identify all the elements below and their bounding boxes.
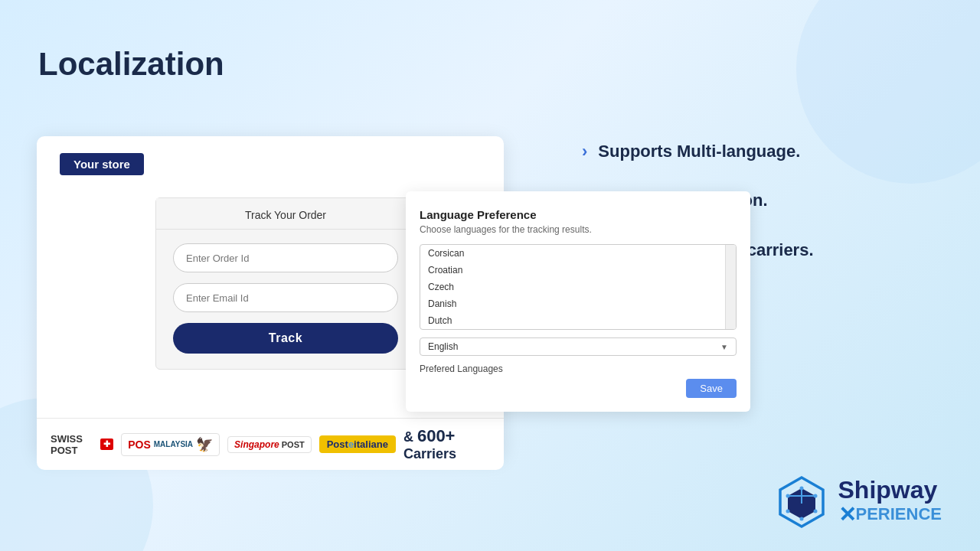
chevron-icon-1: › bbox=[582, 142, 587, 161]
pos-malaysia-logo: POS MALAYSIA 🦅 bbox=[121, 433, 220, 456]
carriers-more: & 600+ Carriers bbox=[403, 426, 490, 462]
singapore-post-label: POST bbox=[282, 440, 305, 449]
selected-language-value: English bbox=[428, 341, 458, 352]
posteitaliane-logo: Posteitaliane bbox=[319, 435, 396, 453]
list-scrollbar[interactable] bbox=[725, 245, 736, 329]
swiss-post-text: SWISS POST bbox=[51, 433, 96, 456]
language-list[interactable]: Corsican Croatian Czech Danish Dutch Eng… bbox=[420, 244, 737, 330]
lang-panel-subtitle: Choose languages for the tracking result… bbox=[420, 224, 737, 235]
track-button[interactable]: Track bbox=[173, 323, 398, 354]
singapore-post-text: Singapore bbox=[234, 439, 279, 450]
lang-croatian[interactable]: Croatian bbox=[420, 262, 736, 279]
swiss-post-logo: SWISS POST ✚ bbox=[51, 433, 113, 456]
shipway-xperience: ✕ PERIENCE bbox=[838, 502, 942, 527]
shipway-name: Shipway bbox=[838, 478, 942, 502]
preferred-languages-label: Prefered Languages bbox=[420, 364, 737, 374]
poste-e-icon: e bbox=[348, 439, 354, 450]
feature-item-1: › Supports Multi-language. bbox=[582, 142, 934, 161]
italiane-text: italiane bbox=[354, 439, 388, 450]
save-button[interactable]: Save bbox=[686, 379, 737, 398]
malaysia-text: MALAYSIA bbox=[154, 440, 193, 448]
pos-text: POS bbox=[128, 439, 151, 451]
svg-point-7 bbox=[799, 517, 803, 521]
svg-point-5 bbox=[813, 494, 817, 498]
page-title: Localization bbox=[38, 46, 224, 83]
track-form: Track Your Order Track bbox=[155, 197, 416, 370]
track-form-title: Track Your Order bbox=[156, 198, 415, 230]
svg-point-8 bbox=[786, 510, 789, 514]
lang-czech[interactable]: Czech bbox=[420, 279, 736, 295]
dropdown-arrow-icon: ▼ bbox=[720, 343, 728, 351]
x-icon: ✕ bbox=[838, 502, 856, 527]
store-badge: Your store bbox=[60, 153, 144, 175]
svg-point-6 bbox=[813, 510, 817, 514]
poste-text: Post bbox=[327, 439, 348, 450]
email-input[interactable] bbox=[173, 283, 398, 312]
svg-point-4 bbox=[799, 487, 803, 491]
track-form-body: Track bbox=[156, 230, 415, 354]
feature-text-1: Supports Multi-language. bbox=[598, 142, 800, 161]
shipway-icon bbox=[774, 474, 829, 530]
language-list-inner[interactable]: Corsican Croatian Czech Danish Dutch Eng… bbox=[420, 245, 736, 329]
lang-panel-title: Language Preference bbox=[420, 208, 737, 221]
lang-danish[interactable]: Danish bbox=[420, 295, 736, 312]
swiss-cross-icon: ✚ bbox=[100, 439, 113, 450]
shipway-text-block: Shipway ✕ PERIENCE bbox=[838, 478, 942, 527]
pos-bird-icon: 🦅 bbox=[196, 436, 213, 453]
language-preference-panel: Language Preference Choose languages for… bbox=[406, 191, 750, 412]
language-select-row[interactable]: English ▼ bbox=[420, 337, 737, 356]
perience-text: PERIENCE bbox=[856, 504, 942, 524]
lang-dutch[interactable]: Dutch bbox=[420, 312, 736, 329]
lang-corsican[interactable]: Corsican bbox=[420, 245, 736, 262]
singapore-post-logo: Singapore POST bbox=[227, 436, 312, 453]
carriers-count: 600+ bbox=[417, 426, 456, 445]
shipway-logo: Shipway ✕ PERIENCE bbox=[774, 474, 942, 530]
order-id-input[interactable] bbox=[173, 243, 398, 272]
carriers-bar: SWISS POST ✚ POS MALAYSIA 🦅 Singapore PO… bbox=[37, 418, 504, 470]
svg-point-9 bbox=[786, 494, 789, 498]
